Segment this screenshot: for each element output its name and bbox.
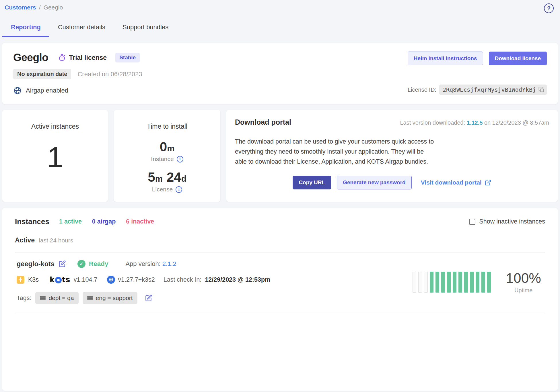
license-id-value[interactable]: 2Rq8WLcsjfxqrMysjvB1WodYkBj (439, 85, 547, 95)
breadcrumb: Customers/Geeglo (5, 4, 63, 11)
last-version-link[interactable]: 1.12.5 (467, 119, 483, 126)
uptime-bar (481, 272, 485, 293)
customer-name: Geeglo (13, 52, 48, 64)
created-date: Created on 06/28/2023 (77, 70, 142, 78)
stats-row: Active instances 1 Time to install 0m In… (2, 110, 558, 202)
time-to-install-card: Time to install 0m Instance i 5m24d Lice… (114, 110, 220, 202)
license-time-value-2: 24 (167, 170, 181, 185)
copy-url-button[interactable]: Copy URL (293, 176, 331, 189)
license-time-value-1: 5 (148, 170, 155, 185)
instance-time-unit: m (167, 144, 174, 153)
kots-logo-o-icon (55, 277, 62, 283)
tag-lines-icon (40, 296, 46, 301)
instance-status-label: Ready (89, 260, 108, 268)
active-section-sublabel: last 24 hours (39, 237, 73, 244)
edit-tags-icon[interactable] (145, 294, 152, 302)
tab-bar: Reporting Customer details Support bundl… (2, 22, 560, 37)
tag-label: eng = support (96, 295, 133, 301)
tag-pill: eng = support (83, 292, 137, 304)
last-version-suffix: on 12/20/2023 @ 8:57am (483, 119, 549, 126)
visit-download-portal-label: Visit download portal (421, 179, 482, 186)
uptime-bar (424, 272, 428, 293)
tag-pill: dept = qa (35, 292, 78, 304)
uptime-block: 100% Uptime (413, 270, 541, 294)
check-circle-icon: ✓ (77, 260, 85, 268)
customer-card-left: Geeglo Trial license Stable No expiratio… (13, 52, 142, 95)
active-section-label: Active (15, 236, 35, 244)
active-count: 1 active (59, 218, 82, 225)
uptime-bar (413, 272, 416, 293)
help-icon[interactable]: ? (544, 3, 554, 13)
uptime-bar (418, 272, 422, 293)
last-version-label: Last version downloaded: (400, 119, 466, 126)
copy-icon[interactable] (538, 87, 545, 93)
time-to-install-title: Time to install (114, 123, 220, 130)
last-checkin-value: 12/29/2023 @ 12:53pm (205, 276, 270, 283)
tag-lines-icon (87, 296, 93, 301)
download-portal-actions: Copy URL Generate new password Visit dow… (235, 176, 549, 189)
uptime-bar (470, 272, 474, 293)
generate-password-button[interactable]: Generate new password (337, 176, 412, 189)
distribution-name: K3s (28, 276, 39, 283)
license-install-time: 5m24d (114, 169, 220, 185)
info-icon[interactable]: i (176, 186, 182, 193)
kots-logo-k: k (50, 275, 55, 284)
breadcrumb-current: Geeglo (44, 4, 63, 11)
license-time-unit-2: d (181, 174, 186, 183)
uptime-bar (430, 272, 433, 293)
tag-label: dept = qa (48, 295, 74, 301)
uptime-bars (413, 272, 491, 293)
stopwatch-icon (58, 54, 66, 62)
download-portal-card: Download portal Last version downloaded:… (226, 110, 558, 202)
kots-logo: kts (50, 275, 70, 284)
breadcrumb-separator: / (39, 4, 41, 11)
license-type: Trial license (58, 54, 107, 62)
instance-install-time: 0m (114, 139, 220, 154)
uptime-bar (435, 272, 439, 293)
airgap-globe-icon (13, 86, 22, 95)
license-type-label: Trial license (69, 54, 107, 62)
k3s-icon (17, 276, 24, 284)
instance-row: geeglo-kots ✓ Ready App version:2.1.2 (15, 252, 545, 313)
uptime-bar (458, 272, 462, 293)
instance-time-label-row: Instance i (114, 156, 220, 162)
show-inactive-checkbox[interactable] (469, 219, 475, 225)
active-instances-value: 1 (2, 141, 108, 174)
license-time-unit-1: m (155, 174, 163, 183)
airgap-count: 0 airgap (92, 218, 116, 225)
license-id-text: 2Rq8WLcsjfxqrMysjvB1WodYkBj (443, 86, 536, 93)
tab-customer-details[interactable]: Customer details (49, 22, 114, 37)
helm-install-button[interactable]: Helm install instructions (408, 52, 483, 65)
instances-title: Instances (15, 217, 49, 226)
uptime-bar (447, 272, 451, 293)
kubernetes-version: v1.27.7+k3s2 (118, 276, 155, 283)
kots-logo-ts: ts (62, 275, 70, 284)
tab-reporting[interactable]: Reporting (2, 22, 49, 37)
instance-counts: 1 active 0 airgap 6 inactive (59, 218, 154, 225)
show-inactive-toggle[interactable]: Show inactive instances (469, 218, 545, 225)
edit-instance-name-icon[interactable] (59, 260, 66, 268)
last-checkin-label: Last check-in: (164, 276, 202, 283)
app-version: App version:2.1.2 (125, 260, 176, 268)
kots-version: v1.104.7 (74, 276, 97, 283)
kubernetes-icon: ☸ (107, 276, 115, 284)
tab-support-bundles[interactable]: Support bundles (114, 22, 177, 37)
uptime-bar (441, 272, 445, 293)
external-link-icon (485, 179, 491, 186)
uptime-label: Uptime (506, 287, 541, 294)
active-instances-card: Active instances 1 (2, 110, 108, 202)
last-version-downloaded: Last version downloaded: 1.12.5 on 12/20… (400, 119, 549, 126)
info-icon[interactable]: i (177, 156, 183, 162)
instance-time-value: 0 (160, 139, 167, 154)
breadcrumb-customers-link[interactable]: Customers (5, 4, 36, 11)
instances-card: Instances 1 active 0 airgap 6 inactive S… (2, 208, 558, 391)
app-version-label: App version: (125, 260, 160, 267)
license-time-label: License (152, 186, 173, 193)
license-time-label-row: License i (114, 186, 220, 193)
visit-download-portal-link[interactable]: Visit download portal (421, 179, 491, 186)
inactive-count: 6 inactive (126, 218, 154, 225)
instance-time-label: Instance (151, 156, 174, 162)
app-version-link[interactable]: 2.1.2 (162, 260, 176, 267)
download-license-button[interactable]: Download license (489, 52, 547, 65)
uptime-bar (464, 272, 468, 293)
